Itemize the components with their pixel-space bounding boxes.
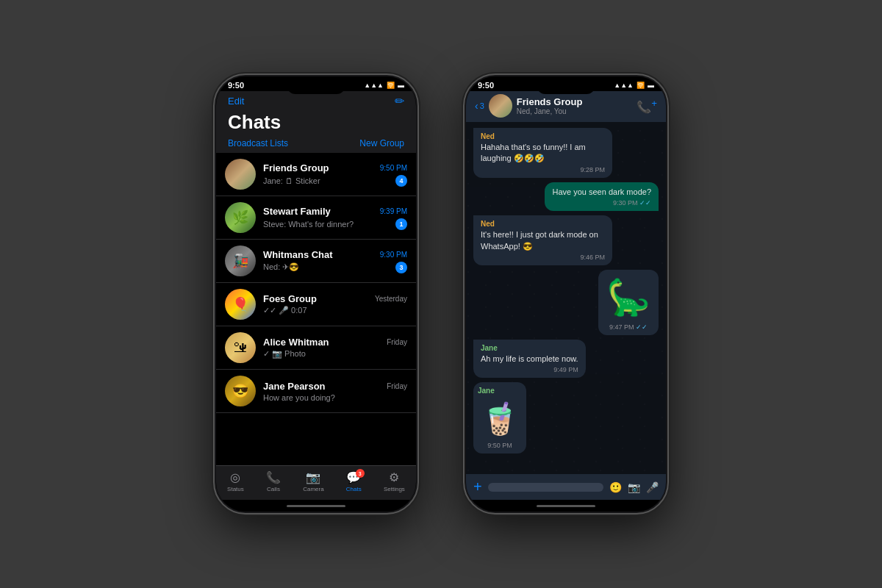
status-tab-icon: ◎ — [230, 470, 240, 484]
chat-time-whitmans-chat: 9:30 PM — [380, 251, 407, 259]
voice-button[interactable]: 🎤 — [646, 481, 659, 493]
avatar-whitmans-chat: 🚂 — [225, 245, 256, 276]
tab-chats[interactable]: 💬 3 Chats — [346, 470, 362, 492]
new-group-button[interactable]: New Group — [359, 138, 404, 148]
notch — [287, 81, 345, 94]
notch-right — [537, 81, 595, 94]
edit-button[interactable]: Edit — [228, 96, 244, 107]
chat-preview-jane-pearson: How are you doing? — [263, 393, 335, 402]
signal-icon: ▲▲▲ — [364, 82, 384, 89]
camera-button[interactable]: 📷 — [628, 481, 640, 493]
chat-time-foes-group: Yesterday — [375, 295, 407, 303]
chat-group-members: Ned, Jane, You — [517, 107, 632, 115]
calls-tab-icon: 📞 — [266, 470, 281, 484]
input-bar: + 🙂 📷 🎤 — [466, 474, 666, 500]
sticker-cup-time: 9:50 PM — [487, 442, 512, 449]
message-sender-jane-1: Jane — [481, 344, 578, 352]
chat-info-foes-group: Foes Group Yesterday ✓✓ 🎤 0:07 — [263, 293, 407, 315]
message-jane-1: Jane Ah my life is complete now. 9:49 PM — [473, 340, 586, 378]
dino-check-icon: ✓✓ — [636, 323, 648, 331]
chat-item-jane-pearson[interactable]: 😎 Jane Pearson Friday How are you doing? — [216, 370, 416, 413]
settings-tab-label: Settings — [384, 486, 405, 492]
chat-item-alice-whitman[interactable]: 🏜 Alice Whitman Friday ✓ 📷 Photo — [216, 326, 416, 370]
sticker-cup-emoji: 🧋 — [478, 396, 522, 440]
avatar-jane-pearson: 😎 — [225, 376, 256, 406]
avatar-friends-group — [225, 159, 256, 190]
settings-tab-icon: ⚙ — [389, 470, 399, 484]
chat-preview-whitmans-chat: Ned: ✈😎 — [263, 262, 299, 272]
call-button[interactable]: 📞+ — [637, 98, 657, 114]
chat-item-foes-group[interactable]: 🎈 Foes Group Yesterday ✓✓ 🎤 0:07 — [216, 283, 416, 326]
status-time-left: 9:50 — [228, 81, 244, 90]
chat-nav: ‹ 3 Friends Group Ned, Jane, You 📞+ — [466, 91, 666, 122]
chats-tab-label: Chats — [346, 486, 362, 492]
chat-item-friends-group[interactable]: Friends Group 9:50 PM Jane: 🗒 Sticker 4 — [216, 153, 416, 196]
chat-info-alice-whitman: Alice Whitman Friday ✓ 📷 Photo — [263, 337, 407, 359]
chat-time-friends-group: 9:50 PM — [380, 164, 407, 172]
chat-nav-info: Friends Group Ned, Jane, You — [517, 96, 632, 115]
chat-item-whitmans-chat[interactable]: 🚂 Whitmans Chat 9:30 PM Ned: ✈😎 3 — [216, 240, 416, 283]
back-button[interactable]: ‹ 3 — [475, 100, 484, 112]
chat-list: Friends Group 9:50 PM Jane: 🗒 Sticker 4 … — [216, 153, 416, 465]
emoji-sticker-button[interactable]: 🙂 — [609, 481, 622, 493]
tab-calls[interactable]: 📞 Calls — [266, 470, 281, 492]
calls-tab-label: Calls — [267, 486, 280, 492]
double-check-icon: ✓✓ — [639, 199, 651, 207]
camera-tab-icon: 📷 — [306, 470, 320, 484]
status-icons-right: ▲▲▲ 🛜 ▬ — [614, 82, 654, 89]
message-ned-2: Ned It's here!! I just got dark mode on … — [473, 215, 612, 265]
sticker-dino-container: 🦕 9:47 PM ✓✓ — [598, 270, 659, 335]
left-phone: 9:50 ▲▲▲ 🛜 ▬ Edit ✏ Chats Broadcast List… — [213, 74, 419, 514]
messages-area: Ned Hahaha that's so funny!! I am laughi… — [466, 122, 666, 474]
chat-name-whitmans-chat: Whitmans Chat — [263, 249, 333, 260]
message-ned-1: Ned Hahaha that's so funny!! I am laughi… — [473, 128, 612, 178]
sticker-cup-sender: Jane — [478, 387, 495, 395]
chats-title: Chats — [228, 111, 404, 134]
tab-bar: ◎ Status 📞 Calls 📷 Camera 💬 3 Chats — [216, 465, 416, 500]
message-text-sent-1: Have you seen dark mode? — [552, 187, 651, 198]
sticker-dino-bubble: 🦕 9:47 PM ✓✓ — [598, 270, 659, 335]
chat-name-foes-group: Foes Group — [263, 293, 317, 304]
chat-preview-alice-whitman: ✓ 📷 Photo — [263, 349, 306, 359]
message-sender-ned-2: Ned — [481, 220, 605, 228]
chat-time-stewart-family: 9:39 PM — [380, 207, 407, 215]
sticker-cup-container: Jane 🧋 9:50 PM — [473, 382, 526, 453]
signal-icon-right: ▲▲▲ — [614, 82, 634, 89]
avatar-alice-whitman: 🏜 — [225, 332, 256, 363]
message-time-ned-2: 9:46 PM — [481, 254, 605, 261]
message-time-sent-1: 9:30 PM ✓✓ — [552, 199, 651, 207]
tab-camera[interactable]: 📷 Camera — [303, 470, 323, 492]
chat-preview-friends-group: Jane: 🗒 Sticker — [263, 176, 320, 185]
message-sent-1: Have you seen dark mode? 9:30 PM ✓✓ — [545, 182, 659, 211]
badge-stewart-family: 1 — [395, 218, 407, 230]
chat-name-jane-pearson: Jane Pearson — [263, 381, 326, 392]
chat-screen: ‹ 3 Friends Group Ned, Jane, You 📞+ Ned … — [466, 91, 666, 500]
chat-item-stewart-family[interactable]: 🌿 Stewart Family 9:39 PM Steve: What's f… — [216, 196, 416, 240]
chat-info-whitmans-chat: Whitmans Chat 9:30 PM Ned: ✈😎 3 — [263, 249, 407, 273]
chat-info-stewart-family: Stewart Family 9:39 PM Steve: What's for… — [263, 206, 407, 230]
wifi-icon-right: 🛜 — [637, 82, 645, 89]
wifi-icon: 🛜 — [387, 82, 395, 89]
sticker-dino-emoji: 🦕 — [603, 274, 654, 322]
avatar-stewart-family: 🌿 — [225, 202, 256, 233]
battery-icon-right: ▬ — [648, 82, 654, 89]
status-icons-left: ▲▲▲ 🛜 ▬ — [364, 82, 404, 89]
home-indicator-right — [466, 500, 666, 512]
chat-time-alice-whitman: Friday — [387, 338, 407, 346]
compose-button[interactable]: ✏ — [395, 94, 404, 108]
chat-name-alice-whitman: Alice Whitman — [263, 337, 329, 348]
broadcast-lists-link[interactable]: Broadcast Lists — [228, 138, 288, 148]
message-time-ned-1: 9:28 PM — [481, 166, 605, 173]
message-input[interactable] — [488, 483, 603, 492]
chat-preview-foes-group: ✓✓ 🎤 0:07 — [263, 306, 307, 315]
chat-name-friends-group: Friends Group — [263, 162, 329, 173]
avatar-foes-group: 🎈 — [225, 289, 256, 320]
chat-info-jane-pearson: Jane Pearson Friday How are you doing? — [263, 381, 407, 402]
tab-status[interactable]: ◎ Status — [227, 470, 244, 492]
add-attachment-button[interactable]: + — [473, 478, 482, 495]
chat-name-stewart-family: Stewart Family — [263, 206, 331, 217]
chat-info-friends-group: Friends Group 9:50 PM Jane: 🗒 Sticker 4 — [263, 162, 407, 187]
tab-settings[interactable]: ⚙ Settings — [384, 470, 405, 492]
message-text-ned-1: Hahaha that's so funny!! I am laughing 🤣… — [481, 142, 605, 165]
battery-icon: ▬ — [398, 82, 404, 89]
